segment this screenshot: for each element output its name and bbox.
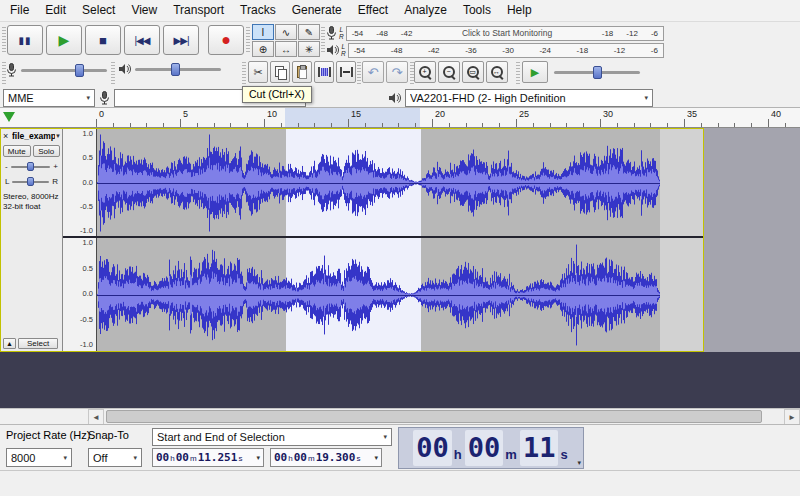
zoom-in-button[interactable]: + <box>414 61 436 83</box>
copy-button[interactable] <box>270 61 290 83</box>
menu-item[interactable]: View <box>123 0 165 21</box>
select-track-button[interactable]: Select <box>18 338 58 349</box>
hours-value[interactable]: 00 <box>413 430 452 466</box>
recording-meter-scale[interactable]: -54-48-42 Click to Start Monitoring -18-… <box>346 26 664 41</box>
minutes-value[interactable]: 00 <box>294 451 307 464</box>
playback-meter[interactable]: LR -54-48-42-36-30-24-18-12-6 <box>326 42 664 58</box>
slider-track[interactable] <box>21 69 107 72</box>
skip-to-end-button[interactable]: ▶▶| <box>163 25 199 55</box>
horizontal-scrollbar[interactable]: ◄ ► <box>88 409 800 425</box>
slider-track[interactable] <box>135 68 221 71</box>
track-close-button[interactable]: × <box>3 132 12 141</box>
menu-item[interactable]: Help <box>499 0 540 21</box>
seconds-value[interactable]: 19.300 <box>316 451 356 464</box>
menu-item[interactable]: Tracks <box>232 0 284 21</box>
speed-slider[interactable] <box>554 71 640 74</box>
waveform-view[interactable] <box>97 129 703 351</box>
stop-button[interactable]: ■ <box>85 25 121 55</box>
selection-start-field[interactable]: 00h 00m 11.251s ▾ <box>152 448 264 467</box>
meter-db-label: -24 <box>539 46 551 55</box>
play-button[interactable]: ▶ <box>46 25 82 55</box>
toolbar-grip[interactable] <box>242 62 246 84</box>
menu-item[interactable]: Select <box>74 0 123 21</box>
recording-meter[interactable]: LR -54-48-42 Click to Start Monitoring -… <box>326 25 664 41</box>
cut-button[interactable]: ✂ <box>248 61 268 83</box>
timeshift-tool-button[interactable]: ↔ <box>275 41 297 57</box>
menu-item[interactable]: Transport <box>165 0 232 21</box>
pinned-play-head-icon[interactable] <box>3 112 15 122</box>
menu-item[interactable]: Edit <box>37 0 74 21</box>
audio-position-display[interactable]: 00h 00m 11s ▾ <box>398 427 584 469</box>
slider-thumb[interactable] <box>593 66 602 79</box>
zoom-fit-button[interactable]: ↔ <box>486 61 508 83</box>
scroll-left-button[interactable]: ◄ <box>88 409 104 425</box>
toolbar-grip[interactable] <box>2 27 6 54</box>
toolbar-grip[interactable] <box>357 62 361 84</box>
envelope-tool-button[interactable]: ∿ <box>275 24 297 40</box>
snap-to-select[interactable]: Off ▾ <box>88 448 142 467</box>
chevron-down-icon[interactable]: ▾ <box>256 454 260 462</box>
chevron-down-icon[interactable]: ▾ <box>577 459 581 467</box>
scrollbar-track[interactable] <box>104 409 784 425</box>
multi-tool-button[interactable]: ✳ <box>298 41 320 57</box>
slider-thumb[interactable] <box>27 162 34 171</box>
paste-button[interactable] <box>292 61 312 83</box>
selection-mode-select[interactable]: Start and End of Selection ▾ <box>152 428 392 446</box>
hours-value[interactable]: 00 <box>156 451 169 464</box>
monitoring-hint[interactable]: Click to Start Monitoring <box>412 28 601 38</box>
mute-button[interactable]: Mute <box>3 145 31 157</box>
playback-meter-scale[interactable]: -54-48-42-36-30-24-18-12-6 <box>348 43 664 58</box>
menu-item[interactable]: Generate <box>284 0 350 21</box>
zoom-tool-button[interactable]: ⊕ <box>252 41 274 57</box>
project-rate-select[interactable]: 8000 ▾ <box>6 448 72 467</box>
toolbar-grip[interactable] <box>321 27 325 54</box>
pause-button[interactable]: ▮▮ <box>7 25 43 55</box>
toolbar-grip[interactable] <box>246 27 250 54</box>
trim-audio-button[interactable] <box>314 61 334 83</box>
undo-button[interactable]: ↶ <box>362 61 384 83</box>
slider-thumb[interactable] <box>171 63 180 76</box>
selection-tool-button[interactable]: I <box>252 24 274 40</box>
menu-item[interactable]: Effect <box>350 0 396 21</box>
record-button[interactable]: ● <box>208 25 244 55</box>
scrollbar-thumb[interactable] <box>106 410 762 423</box>
playback-device-select[interactable]: VA2201-FHD (2- High Definition ▾ <box>405 89 653 107</box>
redo-button[interactable]: ↷ <box>386 61 408 83</box>
menu-item[interactable]: Tools <box>455 0 499 21</box>
menu-item[interactable]: Analyze <box>396 0 455 21</box>
track-title[interactable]: file_example <box>12 131 55 141</box>
slider-thumb[interactable] <box>75 64 84 77</box>
scroll-right-button[interactable]: ► <box>784 409 800 425</box>
zoom-selection-button[interactable]: ▭ <box>462 61 484 83</box>
collapse-track-button[interactable]: ▲ <box>3 338 16 349</box>
skip-to-start-button[interactable]: |◀◀ <box>124 25 160 55</box>
waveform-canvas[interactable] <box>97 129 661 351</box>
zoom-out-button[interactable]: − <box>438 61 460 83</box>
playback-volume-slider[interactable] <box>118 63 221 75</box>
minutes-value[interactable]: 00 <box>465 430 504 466</box>
toolbar-dock: ▮▮ ▶ ■ |◀◀ ▶▶| <box>0 22 800 108</box>
slider-thumb[interactable] <box>27 177 34 186</box>
solo-button[interactable]: Solo <box>33 145 61 157</box>
gain-slider[interactable] <box>11 166 51 168</box>
toolbar-grip[interactable] <box>516 62 520 84</box>
vertical-scale-ruler[interactable]: 1.00.50.0-0.5-1.0 1.00.50.0-0.5-1.0 <box>63 129 97 351</box>
tracks-area[interactable]: × file_example ▼ Mute Solo - + L R <box>0 128 800 408</box>
play-at-speed-button[interactable]: ▶ <box>522 61 548 83</box>
silence-audio-button[interactable] <box>336 61 356 83</box>
selection-end-field[interactable]: 00h 00m 19.300s ▾ <box>270 448 382 467</box>
seconds-value[interactable]: 11.251 <box>198 451 238 464</box>
draw-tool-button[interactable]: ✎ <box>298 24 320 40</box>
recording-volume-slider[interactable] <box>6 63 107 77</box>
pan-slider[interactable] <box>12 181 49 183</box>
seconds-value[interactable]: 11 <box>520 430 559 466</box>
toolbar-grip[interactable] <box>111 62 115 84</box>
audio-host-select[interactable]: MME ▾ <box>3 89 95 107</box>
timeline-ruler[interactable]: 0510152025303540 <box>0 108 800 128</box>
track-menu-dropdown-icon[interactable]: ▼ <box>55 133 61 139</box>
menu-item[interactable]: File <box>2 0 37 21</box>
minutes-value[interactable]: 00 <box>176 451 189 464</box>
chevron-down-icon[interactable]: ▾ <box>374 454 378 462</box>
track-footer: ▲ Select <box>3 338 58 349</box>
hours-value[interactable]: 00 <box>274 451 287 464</box>
